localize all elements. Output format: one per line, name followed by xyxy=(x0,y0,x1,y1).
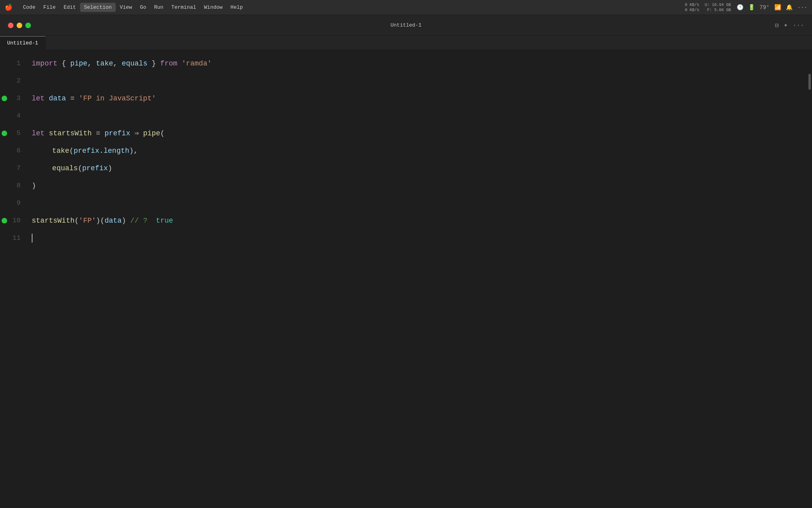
breakpoint-3[interactable] xyxy=(2,96,7,101)
upload-speed: 0 KB/s xyxy=(685,2,699,8)
comment-1: // ? xyxy=(130,212,147,229)
string-fp: 'FP in JavaScript' xyxy=(79,90,156,107)
menubar-help[interactable]: Help xyxy=(226,3,247,12)
menubar-window[interactable]: Window xyxy=(200,3,227,12)
download-speed: 0 KB/s xyxy=(685,8,699,13)
indent-7 xyxy=(32,160,40,177)
notification-icon[interactable]: 🔔 xyxy=(786,4,793,11)
paren-open-3: ( xyxy=(78,160,82,177)
breakpoint-5[interactable] xyxy=(2,131,7,136)
menubar-selection[interactable]: Selection xyxy=(80,3,116,12)
clock-icon: 🕐 xyxy=(737,4,743,11)
arrow-1: ⇒ xyxy=(130,125,143,142)
line-num-4: 4 xyxy=(0,107,28,125)
code-line-11 xyxy=(32,229,806,247)
var-pipe: pipe xyxy=(70,55,87,72)
var-equals: equals xyxy=(122,55,147,72)
line-num-2: 2 xyxy=(0,72,28,90)
code-line-10: startsWith ( 'FP' )( data ) // ? true xyxy=(32,212,806,229)
keyword-let-2: let xyxy=(32,125,44,142)
traffic-lights xyxy=(8,23,31,28)
dot-1: . xyxy=(99,142,103,160)
scrollbar-thumb[interactable] xyxy=(808,74,811,90)
menubar: 🍎 Code File Edit Selection View Go Run T… xyxy=(0,0,812,15)
line-num-9: 9 xyxy=(0,194,28,212)
editor-wrapper: Untitled-1 1 2 3 4 5 6 7 8 9 xyxy=(0,36,812,508)
code-line-1: import { pipe , take , equals } from 'ra… xyxy=(32,55,806,72)
code-line-2 xyxy=(32,72,806,90)
window-title: Untitled-1 xyxy=(391,22,421,28)
dot-status-icon: ● xyxy=(784,23,787,28)
line-num-5: 5 xyxy=(0,125,28,142)
paren-close-4: ) xyxy=(32,177,36,194)
split-editor-icon[interactable]: ⊟ xyxy=(775,21,779,29)
paren-close-6: ) xyxy=(122,212,130,229)
line-num-6: 6 xyxy=(0,142,28,160)
paren-open-5: ( xyxy=(75,212,79,229)
storage-stats: U: 10.94 GB F: 5.06 GB xyxy=(705,2,731,13)
menubar-go[interactable]: Go xyxy=(136,3,150,12)
line-num-8: 8 xyxy=(0,177,28,194)
menubar-code[interactable]: Code xyxy=(19,3,39,12)
string-fp-arg: 'FP' xyxy=(79,212,96,229)
var-data: data xyxy=(49,90,66,107)
var-prefix-2: prefix xyxy=(74,142,100,160)
storage-free: F: 5.06 GB xyxy=(707,8,731,13)
line-num-10: 10 xyxy=(0,212,28,229)
more-actions-icon[interactable]: ··· xyxy=(793,22,804,29)
editor-container: 1 2 3 4 5 6 7 8 9 10 11 xyxy=(0,50,812,508)
var-prefix-3: prefix xyxy=(82,160,108,177)
battery-icon: 🔋 xyxy=(748,4,755,11)
space-5 xyxy=(44,125,49,142)
menubar-view[interactable]: View xyxy=(116,3,136,12)
network-stats: 0 KB/s 0 KB/s xyxy=(685,2,699,13)
tab-bar: Untitled-1 xyxy=(0,36,812,50)
paren-open-2: ( xyxy=(69,142,74,160)
titlebar-actions: ⊟ ● ··· xyxy=(775,21,804,29)
line-num-1: 1 xyxy=(0,55,28,72)
minimize-button[interactable] xyxy=(17,23,22,28)
fn-startswith: startsWith xyxy=(49,125,92,142)
scrollbar-track[interactable] xyxy=(806,50,812,508)
menubar-run[interactable]: Run xyxy=(150,3,167,12)
breakpoint-10[interactable] xyxy=(2,218,7,223)
line-numbers: 1 2 3 4 5 6 7 8 9 10 11 xyxy=(0,50,28,508)
var-prefix: prefix xyxy=(105,125,130,142)
more-icon[interactable]: ··· xyxy=(797,4,807,11)
keyword-import: import xyxy=(32,55,57,72)
line-num-7: 7 xyxy=(0,160,28,177)
eq-2: = xyxy=(92,125,104,142)
menubar-icons: 🕐 🔋 79° 📶 🔔 ··· xyxy=(737,4,807,11)
apple-icon[interactable]: 🍎 xyxy=(5,4,13,12)
punc-4: } xyxy=(147,55,160,72)
space-3 xyxy=(44,90,49,107)
tab-untitled-1[interactable]: Untitled-1 xyxy=(0,36,46,50)
string-ramda: 'ramda' xyxy=(182,55,212,72)
cursor xyxy=(32,234,33,242)
indent-6 xyxy=(32,142,40,160)
menubar-terminal[interactable]: Terminal xyxy=(167,3,200,12)
temperature: 79° xyxy=(760,4,770,11)
menubar-edit[interactable]: Edit xyxy=(59,3,80,12)
eq-1: = xyxy=(66,90,79,107)
code-line-4 xyxy=(32,107,806,125)
space-1 xyxy=(177,55,182,72)
code-area[interactable]: 1 2 3 4 5 6 7 8 9 10 11 xyxy=(0,50,812,508)
var-data-2: data xyxy=(105,212,122,229)
line-num-3: 3 xyxy=(0,90,28,107)
maximize-button[interactable] xyxy=(25,23,31,28)
paren-close-2: ), xyxy=(129,142,138,160)
fn-equals: equals xyxy=(52,160,78,177)
keyword-from: from xyxy=(160,55,177,72)
fn-take: take xyxy=(52,142,69,160)
menubar-file[interactable]: File xyxy=(39,3,59,12)
wifi-icon: 📶 xyxy=(774,4,781,11)
close-button[interactable] xyxy=(8,23,13,28)
line-num-11: 11 xyxy=(0,229,28,247)
prop-length: length xyxy=(103,142,129,160)
result-true: true xyxy=(156,212,173,229)
paren-close-5: )( xyxy=(96,212,105,229)
code-lines[interactable]: import { pipe , take , equals } from 'ra… xyxy=(28,50,806,508)
var-take: take xyxy=(96,55,113,72)
menubar-right: 0 KB/s 0 KB/s U: 10.94 GB F: 5.06 GB 🕐 🔋… xyxy=(685,2,807,13)
